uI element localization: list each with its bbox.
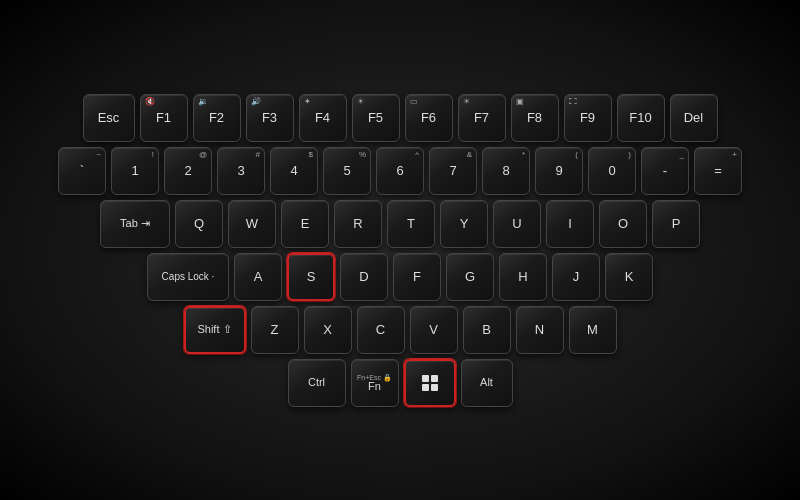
- key-a[interactable]: A: [234, 253, 282, 301]
- key-ctrl[interactable]: Ctrl: [288, 359, 346, 407]
- key-f8[interactable]: ▣ F8: [511, 94, 559, 142]
- key-del[interactable]: Del: [670, 94, 718, 142]
- key-alt[interactable]: Alt: [461, 359, 513, 407]
- key-t[interactable]: T: [387, 200, 435, 248]
- key-minus[interactable]: _ -: [641, 147, 689, 195]
- key-f[interactable]: F: [393, 253, 441, 301]
- key-v[interactable]: V: [410, 306, 458, 354]
- key-c[interactable]: C: [357, 306, 405, 354]
- key-equals[interactable]: + =: [694, 147, 742, 195]
- key-z[interactable]: Z: [251, 306, 299, 354]
- row-bottom: Ctrl Fn+Esc 🔒 Fn Alt: [288, 359, 513, 407]
- key-shift-left[interactable]: Shift ⇧: [184, 306, 246, 354]
- key-f9[interactable]: ⛶ F9: [564, 94, 612, 142]
- key-f2[interactable]: 🔉 F2: [193, 94, 241, 142]
- key-p[interactable]: P: [652, 200, 700, 248]
- row-asdf: Caps Lock · A S D F G H J K: [147, 253, 653, 301]
- key-fn[interactable]: Fn+Esc 🔒 Fn: [351, 359, 399, 407]
- key-f7[interactable]: ☀ F7: [458, 94, 506, 142]
- key-esc[interactable]: Esc: [83, 94, 135, 142]
- key-f1[interactable]: 🔇 F1: [140, 94, 188, 142]
- key-k[interactable]: K: [605, 253, 653, 301]
- key-x[interactable]: X: [304, 306, 352, 354]
- key-backtick[interactable]: ~ `: [58, 147, 106, 195]
- row-zxcv: Shift ⇧ Z X C V B N M: [184, 306, 617, 354]
- key-b[interactable]: B: [463, 306, 511, 354]
- key-1[interactable]: ! 1: [111, 147, 159, 195]
- key-i[interactable]: I: [546, 200, 594, 248]
- key-e[interactable]: E: [281, 200, 329, 248]
- key-o[interactable]: O: [599, 200, 647, 248]
- key-5[interactable]: % 5: [323, 147, 371, 195]
- windows-icon: [422, 375, 438, 391]
- key-3[interactable]: # 3: [217, 147, 265, 195]
- key-n[interactable]: N: [516, 306, 564, 354]
- key-7[interactable]: & 7: [429, 147, 477, 195]
- key-tab[interactable]: Tab ⇥: [100, 200, 170, 248]
- key-f5[interactable]: ☀ F5: [352, 94, 400, 142]
- key-g[interactable]: G: [446, 253, 494, 301]
- row-number: ~ ` ! 1 @ 2 # 3 $ 4 % 5 ^ 6 & 7: [58, 147, 742, 195]
- key-m[interactable]: M: [569, 306, 617, 354]
- key-d[interactable]: D: [340, 253, 388, 301]
- key-j[interactable]: J: [552, 253, 600, 301]
- key-8[interactable]: * 8: [482, 147, 530, 195]
- row-function: Esc 🔇 F1 🔉 F2 🔊 F3 ✦ F4 ☀ F5 ▭ F6 ☀ F7: [83, 94, 718, 142]
- key-6[interactable]: ^ 6: [376, 147, 424, 195]
- key-s[interactable]: S: [287, 253, 335, 301]
- key-caps-lock[interactable]: Caps Lock ·: [147, 253, 229, 301]
- key-w[interactable]: W: [228, 200, 276, 248]
- key-f6[interactable]: ▭ F6: [405, 94, 453, 142]
- key-f3[interactable]: 🔊 F3: [246, 94, 294, 142]
- key-win[interactable]: [404, 359, 456, 407]
- key-f4[interactable]: ✦ F4: [299, 94, 347, 142]
- key-f10[interactable]: F10: [617, 94, 665, 142]
- key-r[interactable]: R: [334, 200, 382, 248]
- row-qwerty: Tab ⇥ Q W E R T Y U I O P: [100, 200, 700, 248]
- key-0[interactable]: ) 0: [588, 147, 636, 195]
- key-4[interactable]: $ 4: [270, 147, 318, 195]
- key-q[interactable]: Q: [175, 200, 223, 248]
- key-h[interactable]: H: [499, 253, 547, 301]
- key-y[interactable]: Y: [440, 200, 488, 248]
- key-9[interactable]: ( 9: [535, 147, 583, 195]
- keyboard-container: Esc 🔇 F1 🔉 F2 🔊 F3 ✦ F4 ☀ F5 ▭ F6 ☀ F7: [0, 0, 800, 500]
- key-2[interactable]: @ 2: [164, 147, 212, 195]
- key-u[interactable]: U: [493, 200, 541, 248]
